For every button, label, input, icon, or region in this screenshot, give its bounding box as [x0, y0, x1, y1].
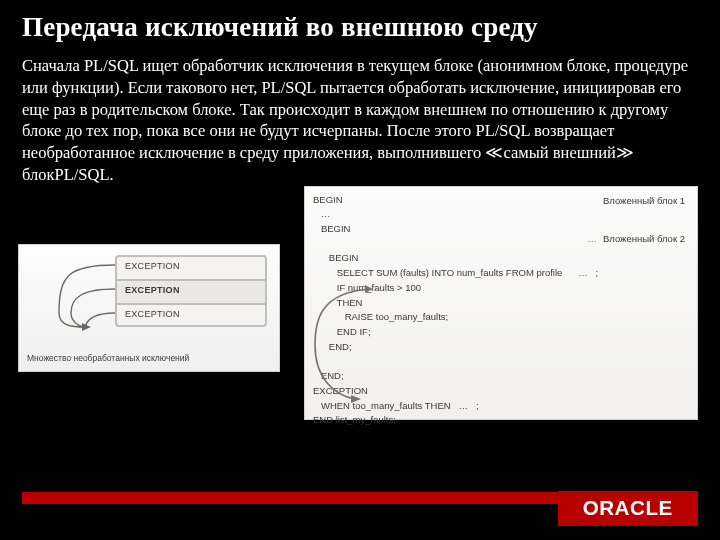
stack-row: EXCEPTION — [117, 257, 265, 281]
oracle-logo: ORACLE — [558, 491, 698, 526]
stack-row: EXCEPTION — [117, 281, 265, 305]
ellipsis-icon: … — [587, 233, 599, 244]
footer: ORACLE — [0, 476, 720, 540]
oracle-logo-text: ORACLE — [583, 497, 673, 520]
slide-body-text: Сначала PL/SQL ищет обработчик исключени… — [22, 55, 698, 186]
slide-title: Передача исключений во внешнюю среду — [22, 12, 698, 43]
svg-marker-2 — [365, 285, 373, 293]
stack-row: EXCEPTION — [117, 305, 265, 329]
nested-block-label-1: Вложенный блок 1 — [603, 195, 685, 206]
slide: Передача исключений во внешнюю среду Сна… — [0, 0, 720, 540]
figure-exception-stack: EXCEPTION EXCEPTION EXCEPTION Множество … — [18, 244, 280, 372]
exception-stack: EXCEPTION EXCEPTION EXCEPTION — [115, 255, 267, 327]
figure-code-sample: Вложенный блок 1 …Вложенный блок 2 BEGIN… — [304, 186, 698, 420]
figures-area: EXCEPTION EXCEPTION EXCEPTION Множество … — [22, 198, 698, 438]
svg-marker-1 — [351, 395, 361, 403]
raise-flow-arrow-icon — [311, 249, 373, 409]
curved-arrows-icon — [29, 257, 129, 347]
figure-caption: Множество необработанных исключений — [27, 353, 189, 363]
nested-block-label-2: Вложенный блок 2 — [603, 233, 685, 244]
